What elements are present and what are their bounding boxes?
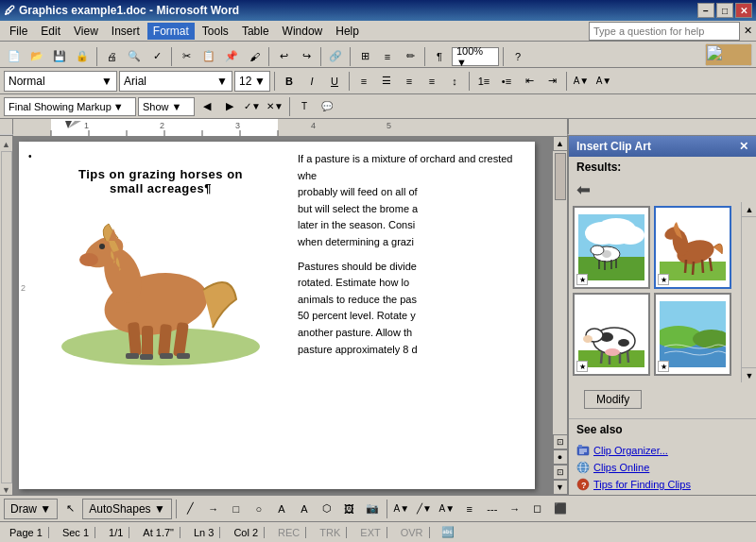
autoshapes-dropdown[interactable]: AutoShapes ▼ bbox=[82, 499, 172, 519]
format-painter-btn[interactable]: 🖌 bbox=[244, 46, 265, 67]
help-btn[interactable]: ? bbox=[507, 46, 528, 67]
fill-color-btn[interactable]: A▼ bbox=[391, 499, 412, 519]
font-color-btn[interactable]: A▼ bbox=[593, 71, 614, 92]
show-hide-btn[interactable]: ¶ bbox=[429, 46, 450, 67]
left-scroll[interactable] bbox=[1, 151, 12, 483]
select-obj-btn[interactable]: ● bbox=[553, 449, 568, 465]
see-also-online[interactable]: Clips Online bbox=[569, 459, 756, 476]
textbox-btn[interactable]: A bbox=[271, 499, 292, 519]
style-dropdown[interactable]: Normal▼ bbox=[4, 71, 117, 92]
cut-btn[interactable]: ✂ bbox=[176, 46, 197, 67]
preview-btn[interactable]: 🔍 bbox=[124, 46, 145, 67]
diagram-btn[interactable]: ⬡ bbox=[317, 499, 337, 519]
help-close-btn[interactable]: ✕ bbox=[744, 25, 752, 37]
menu-edit[interactable]: Edit bbox=[35, 23, 66, 40]
justify-btn[interactable]: ≡ bbox=[421, 71, 442, 92]
oval-btn[interactable]: ○ bbox=[249, 499, 269, 519]
align-right-btn[interactable]: ≡ bbox=[399, 71, 420, 92]
menu-tools[interactable]: Tools bbox=[197, 23, 234, 40]
italic-button[interactable]: I bbox=[301, 71, 322, 92]
bold-button[interactable]: B bbox=[279, 71, 300, 92]
line-style-btn[interactable]: ≡ bbox=[459, 499, 480, 519]
see-also-tips[interactable]: ? Tips for Finding Clips bbox=[569, 476, 756, 493]
menu-view[interactable]: View bbox=[68, 23, 104, 40]
num-list-btn[interactable]: 1≡ bbox=[473, 71, 494, 92]
new-btn[interactable]: 📄 bbox=[4, 46, 25, 67]
table-btn[interactable]: ⊞ bbox=[354, 46, 375, 67]
line-spacing-btn[interactable]: ↕ bbox=[444, 71, 465, 92]
print-btn[interactable]: 🖨 bbox=[101, 46, 122, 67]
arrow-style-btn[interactable]: → bbox=[505, 499, 525, 519]
next-page-btn[interactable]: ⊡ bbox=[553, 465, 568, 480]
cursor-btn[interactable]: ↖ bbox=[60, 499, 80, 519]
clip-item-4[interactable]: ★ bbox=[654, 293, 731, 376]
menu-window[interactable]: Window bbox=[277, 23, 329, 40]
clip-item-1[interactable]: ★ bbox=[573, 206, 650, 289]
next-change-btn[interactable]: ▶ bbox=[219, 96, 240, 117]
markup-dropdown[interactable]: Final Showing Markup▼ bbox=[4, 97, 136, 116]
clip-scroll-down[interactable]: ▼ bbox=[742, 367, 756, 382]
size-dropdown[interactable]: 12▼ bbox=[234, 71, 270, 92]
modify-button[interactable]: Modify bbox=[584, 390, 642, 409]
prev-change-btn[interactable]: ◀ bbox=[197, 96, 217, 117]
rect-btn[interactable]: □ bbox=[226, 499, 247, 519]
clip-scroll-up[interactable]: ▲ bbox=[742, 202, 756, 217]
bul-list-btn[interactable]: •≡ bbox=[496, 71, 517, 92]
menu-help[interactable]: Help bbox=[330, 23, 365, 40]
draw-dropdown[interactable]: Draw ▼ bbox=[4, 499, 58, 519]
clip-back-btn[interactable]: ⬅ bbox=[576, 180, 591, 199]
decrease-indent-btn[interactable]: ⇤ bbox=[519, 71, 540, 92]
see-also-organizer[interactable]: Clip Organizer... bbox=[569, 442, 756, 459]
hyperlink-btn[interactable]: 🔗 bbox=[325, 46, 346, 67]
align-center-btn[interactable]: ☰ bbox=[376, 71, 397, 92]
open-btn[interactable]: 📂 bbox=[26, 46, 47, 67]
menu-insert[interactable]: Insert bbox=[106, 23, 146, 40]
dash-style-btn[interactable]: --- bbox=[482, 499, 503, 519]
underline-button[interactable]: U bbox=[324, 71, 345, 92]
font-dropdown[interactable]: Arial▼ bbox=[119, 71, 232, 92]
close-button[interactable]: ✕ bbox=[735, 3, 752, 18]
scroll-down-btn[interactable]: ▼ bbox=[553, 480, 568, 495]
copy-btn[interactable]: 📋 bbox=[198, 46, 219, 67]
vertical-scrollbar[interactable]: ▲ ⊡ ● ⊡ ▼ bbox=[552, 136, 567, 495]
clip-panel-scroll[interactable]: ▲ ▼ bbox=[741, 202, 756, 382]
help-search-input[interactable] bbox=[593, 25, 735, 37]
accept-change-btn[interactable]: ✓▼ bbox=[242, 96, 263, 117]
wordart-btn[interactable]: A bbox=[294, 499, 315, 519]
scroll-up-btn[interactable]: ▲ bbox=[553, 136, 568, 151]
3d-btn[interactable]: ⬛ bbox=[550, 499, 571, 519]
menu-file[interactable]: File bbox=[4, 23, 33, 40]
clip-item-3[interactable]: ★ bbox=[573, 293, 650, 376]
minimize-button[interactable]: − bbox=[697, 3, 714, 18]
scroll-thumb[interactable] bbox=[555, 153, 566, 200]
clipart-btn[interactable]: 🖼 bbox=[339, 499, 360, 519]
clip-panel-close-btn[interactable]: ✕ bbox=[739, 140, 748, 153]
reject-change-btn[interactable]: ✕▼ bbox=[265, 96, 285, 117]
paste-btn[interactable]: 📌 bbox=[221, 46, 242, 67]
highlight-btn[interactable]: A▼ bbox=[571, 71, 592, 92]
maximize-button[interactable]: □ bbox=[716, 3, 733, 18]
line-color-btn[interactable]: ╱▼ bbox=[414, 499, 435, 519]
image-btn[interactable]: 📷 bbox=[362, 499, 383, 519]
menu-table[interactable]: Table bbox=[236, 23, 275, 40]
permission-btn[interactable]: 🔒 bbox=[72, 46, 93, 67]
line-btn[interactable]: ╱ bbox=[180, 499, 201, 519]
align-left-btn[interactable]: ≡ bbox=[353, 71, 374, 92]
prev-page-btn[interactable]: ⊡ bbox=[553, 434, 568, 449]
comment-btn[interactable]: 💬 bbox=[317, 96, 337, 117]
track-changes-btn[interactable]: T bbox=[294, 96, 315, 117]
save-btn[interactable]: 💾 bbox=[49, 46, 70, 67]
increase-indent-btn[interactable]: ⇥ bbox=[541, 71, 562, 92]
undo-btn[interactable]: ↩ bbox=[273, 46, 294, 67]
spell-btn[interactable]: ✓ bbox=[146, 46, 167, 67]
drawing-btn[interactable]: ✏ bbox=[400, 46, 421, 67]
clip-item-2[interactable]: ★ bbox=[654, 206, 731, 289]
zoom-dropdown[interactable]: 100% ▼ bbox=[452, 47, 499, 66]
font-color-btn2[interactable]: A▼ bbox=[437, 499, 457, 519]
arrow-btn[interactable]: → bbox=[203, 499, 224, 519]
redo-btn[interactable]: ↪ bbox=[296, 46, 317, 67]
show-dropdown[interactable]: Show ▼ bbox=[138, 97, 195, 116]
menu-format[interactable]: Format bbox=[147, 23, 195, 40]
columns-btn[interactable]: ≡ bbox=[377, 46, 398, 67]
shadow-btn[interactable]: ◻ bbox=[527, 499, 548, 519]
